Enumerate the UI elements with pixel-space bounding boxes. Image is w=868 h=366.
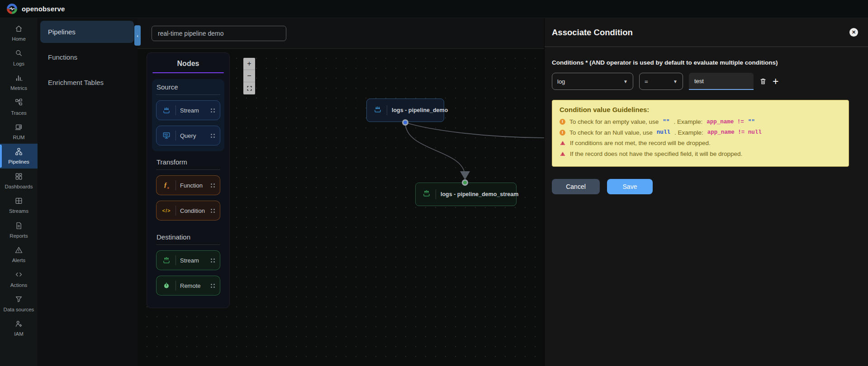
sidebar-item-dashboards[interactable]: Dashboards	[0, 169, 38, 193]
drag-handle-icon[interactable]	[211, 134, 215, 138]
subnav-item-pipelines[interactable]: Pipelines	[40, 21, 134, 43]
sidebar-item-label: Alerts	[12, 258, 25, 263]
sidebar-item-rum[interactable]: RUM	[0, 119, 38, 144]
nodes-palette-panel: Nodes SourceStreamSQLQueryTransformƒxFun…	[147, 52, 230, 308]
guideline-item: If the record does not have the specifie…	[560, 150, 841, 159]
close-icon[interactable]: ✕	[849, 28, 858, 37]
sidebar-item-label: Logs	[13, 61, 24, 67]
alerts-icon	[14, 246, 23, 256]
flow-node-source[interactable]: logs - pipeline_demo	[366, 99, 444, 122]
sidebar-item-reports[interactable]: Reports	[0, 218, 38, 242]
palette-item-source-stream[interactable]: Stream	[156, 100, 220, 120]
sidebar-item-metrics[interactable]: Metrics	[0, 70, 38, 94]
subnav-item-enrichment-tables[interactable]: Enrichment Tables	[40, 71, 134, 94]
operator-select[interactable]: = ▼	[639, 73, 683, 90]
chevron-down-icon: ▼	[623, 79, 628, 84]
add-condition-button[interactable]: +	[773, 76, 778, 87]
column-select-value: log	[557, 78, 565, 85]
zoom-controls: + −	[243, 58, 255, 94]
chevron-down-icon: ▼	[673, 79, 678, 84]
remote-icon	[161, 281, 171, 290]
drag-handle-icon[interactable]	[211, 258, 215, 263]
palette-item-source-query[interactable]: SQLQuery	[156, 126, 220, 145]
palette-item-label: Stream	[180, 107, 207, 114]
divider	[436, 189, 436, 199]
input-port[interactable]	[462, 179, 468, 186]
palette-item-label: Stream	[180, 257, 207, 264]
fit-view-button[interactable]	[243, 82, 255, 94]
subnav-item-functions[interactable]: Functions	[40, 46, 134, 68]
associate-condition-dialog: Associate Condition ✕ Conditions * (AND …	[544, 18, 868, 366]
sidebar-item-alerts[interactable]: Alerts	[0, 242, 38, 267]
palette-item-label: Function	[180, 182, 207, 189]
nodes-title-underline	[152, 72, 224, 73]
divider	[175, 255, 176, 265]
sidebar-item-home[interactable]: Home	[0, 21, 38, 45]
sidebar-item-label: Actions	[10, 282, 28, 288]
dialog-body: Conditions * (AND operator is used by de…	[545, 47, 868, 194]
group-header: Destination	[156, 232, 220, 245]
node-group-transform: TransformƒxFunction</>Condition	[152, 154, 224, 226]
dialog-title: Associate Condition	[552, 28, 633, 38]
subnav-item-label: Functions	[48, 53, 77, 61]
sidebar-item-iam[interactable]: IAM	[0, 316, 38, 340]
function-icon: ƒx	[161, 181, 171, 190]
palette-item-label: Remote	[180, 282, 207, 289]
output-port[interactable]	[402, 119, 408, 126]
openobserve-logo-icon	[6, 3, 18, 14]
sidebar-item-label: IAM	[14, 331, 23, 337]
dashboards-icon	[14, 172, 23, 182]
sidebar-item-logs[interactable]: Logs	[0, 45, 38, 70]
pipeline-toolbar	[138, 18, 544, 49]
sidebar-item-traces[interactable]: Traces	[0, 94, 38, 119]
fit-view-icon	[247, 85, 252, 91]
sidebar-item-data-sources[interactable]: Data sources	[0, 291, 38, 316]
stream-in-icon	[161, 106, 171, 115]
query-icon: SQL	[161, 131, 171, 140]
palette-item-transform-condition[interactable]: </>Condition	[156, 201, 220, 221]
traces-icon	[14, 98, 23, 108]
palette-item-destination-remote[interactable]: Remote	[156, 276, 220, 296]
guidelines-title: Condition value Guidelines:	[560, 106, 841, 113]
home-icon	[14, 24, 23, 34]
warning-icon	[560, 140, 566, 146]
drag-handle-icon[interactable]	[211, 209, 215, 213]
metrics-icon	[14, 74, 23, 84]
delete-condition-button[interactable]	[759, 77, 767, 85]
save-button[interactable]: Save	[607, 179, 653, 194]
main-area: ‹ Nodes SourceStreamSQLQueryTransformƒxF…	[138, 18, 544, 366]
condition-row: log ▼ = ▼ +	[552, 73, 859, 90]
condition-value-input[interactable]	[689, 73, 754, 90]
pipeline-name-input[interactable]	[152, 26, 286, 41]
palette-item-destination-stream[interactable]: Stream	[156, 250, 220, 270]
app-root: openobserve HomeLogsMetricsTracesRUMPipe…	[0, 0, 868, 366]
drag-handle-icon[interactable]	[211, 284, 215, 288]
collapse-panel-button[interactable]: ‹	[134, 25, 141, 46]
drag-handle-icon[interactable]	[211, 108, 215, 113]
cancel-button[interactable]: Cancel	[552, 179, 600, 194]
stream-out-icon	[422, 189, 431, 200]
actions-icon	[14, 270, 23, 280]
sidebar-nav: HomeLogsMetricsTracesRUMPipelinesDashboa…	[0, 18, 38, 366]
palette-item-transform-function[interactable]: ƒxFunction	[156, 175, 220, 195]
sidebar-item-streams[interactable]: Streams	[0, 193, 38, 217]
sidebar-item-actions[interactable]: Actions	[0, 267, 38, 291]
flow-node-destination[interactable]: logs - pipeline_demo_stream	[415, 183, 517, 206]
column-select[interactable]: log ▼	[552, 73, 633, 90]
subnav-panel: PipelinesFunctionsEnrichment Tables	[38, 18, 138, 366]
zoom-in-button[interactable]: +	[243, 58, 255, 70]
drag-handle-icon[interactable]	[211, 183, 215, 188]
rum-icon	[14, 123, 23, 133]
guideline-item: If conditions are not met, the record wi…	[560, 139, 841, 148]
sidebar-item-pipelines[interactable]: Pipelines	[0, 144, 38, 168]
svg-text:SQL: SQL	[164, 134, 169, 136]
pipeline-canvas[interactable]: Nodes SourceStreamSQLQueryTransformƒxFun…	[138, 49, 544, 366]
dialog-actions: Cancel Save	[552, 179, 859, 194]
error-icon: !	[560, 119, 565, 125]
node-group-source: SourceStreamSQLQuery	[152, 79, 224, 151]
sidebar-item-label: Streams	[9, 208, 28, 214]
logs-icon	[14, 49, 23, 59]
zoom-out-button[interactable]: −	[243, 70, 255, 82]
condition-icon: </>	[161, 208, 171, 213]
conditions-label: Conditions * (AND operator is used by de…	[552, 59, 859, 66]
